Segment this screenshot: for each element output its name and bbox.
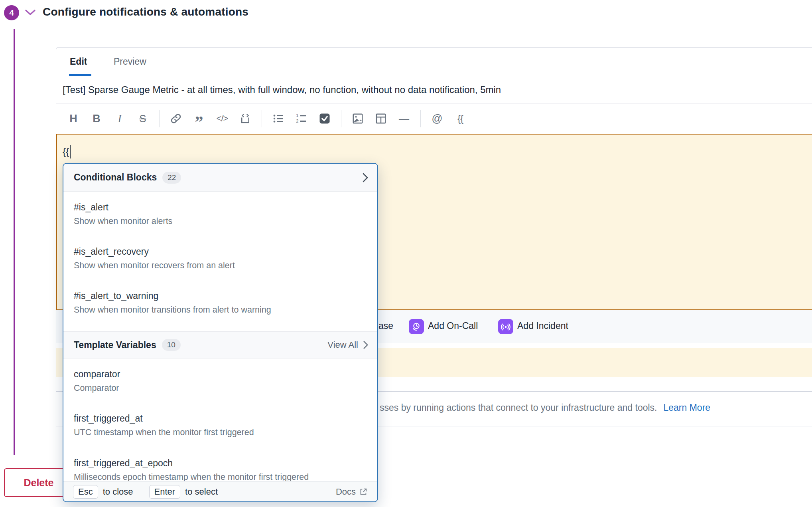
- table-button[interactable]: [374, 110, 388, 127]
- page-title: Configure notifications & automations: [43, 6, 248, 18]
- italic-icon: I: [118, 113, 122, 124]
- step-connector-line: [14, 29, 15, 455]
- code-button[interactable]: </>: [215, 110, 229, 127]
- bold-button[interactable]: B: [90, 110, 103, 127]
- message-text: {{: [63, 146, 69, 157]
- table-icon: [375, 113, 387, 125]
- toolbar-divider: [420, 110, 421, 127]
- code-icon: </>: [217, 114, 228, 123]
- item-description: Show when monitor alerts: [74, 216, 377, 226]
- dropdown-item-is-alert-to-warning[interactable]: #is_alert_to_warning Show when monitor t…: [63, 291, 377, 315]
- horizontal-rule-button[interactable]: —: [397, 110, 411, 127]
- enter-key-hint: Enter: [149, 485, 181, 499]
- automation-description: sses by running actions that connect to …: [380, 402, 657, 413]
- blockquote-button[interactable]: ”: [192, 110, 206, 127]
- step-number-badge: 4: [4, 5, 19, 20]
- item-description: Show when monitor recovers from an alert: [74, 261, 377, 271]
- add-case-button[interactable]: ase: [378, 321, 393, 331]
- add-incident-button[interactable]: Add Incident: [517, 321, 568, 331]
- blockquote-icon: ”: [195, 119, 203, 126]
- code-block-button[interactable]: [238, 110, 252, 127]
- item-name: #is_alert: [74, 202, 377, 213]
- text-cursor: [70, 145, 71, 158]
- conditional-blocks-header[interactable]: Conditional Blocks 22: [63, 164, 377, 192]
- dropdown-item-first-triggered-at[interactable]: first_triggered_at UTC timestamp when th…: [63, 413, 377, 438]
- svg-text:2: 2: [296, 119, 298, 123]
- tab-edit[interactable]: Edit: [70, 48, 87, 75]
- notification-title-value: [Test] Sparse Gauge Metric - at all time…: [63, 84, 501, 95]
- template-variables-header[interactable]: Template Variables 10 View All: [63, 331, 377, 358]
- image-button[interactable]: [351, 110, 365, 127]
- chevron-right-icon[interactable]: [363, 340, 369, 350]
- item-name: comparator: [74, 369, 377, 380]
- toolbar-divider: [341, 110, 341, 127]
- learn-more-link[interactable]: Learn More: [664, 402, 711, 413]
- section-title: Conditional Blocks: [74, 172, 157, 183]
- bullet-list-icon: [272, 113, 284, 125]
- code-block-icon: [239, 113, 251, 125]
- count-badge: 10: [162, 339, 181, 351]
- mention-icon: @: [432, 113, 442, 124]
- count-badge: 22: [162, 172, 181, 184]
- view-all-link[interactable]: View All: [327, 340, 358, 350]
- dropdown-item-comparator[interactable]: comparator Comparator: [63, 369, 377, 393]
- dropdown-footer: Esc to close Enter to select Docs: [63, 481, 377, 502]
- item-name: #is_alert_recovery: [74, 246, 377, 257]
- markdown-toolbar: H B I S ” </> 12: [56, 103, 812, 134]
- bullet-list-button[interactable]: [272, 110, 285, 127]
- svg-text:1: 1: [296, 113, 298, 118]
- italic-button[interactable]: I: [113, 110, 126, 127]
- toolbar-divider: [159, 110, 160, 127]
- incident-icon: [498, 319, 513, 334]
- heading-icon: H: [69, 113, 77, 124]
- link-button[interactable]: [169, 110, 183, 127]
- add-on-call-button[interactable]: Add On-Call: [428, 321, 478, 331]
- template-autocomplete-dropdown: Conditional Blocks 22 #is_alert Show whe…: [63, 163, 378, 502]
- item-name: first_triggered_at_epoch: [74, 458, 377, 469]
- esc-key-hint: Esc: [73, 485, 98, 499]
- link-icon: [170, 113, 182, 125]
- monitor-config-screen: 4 Configure notifications & automations …: [0, 0, 812, 507]
- item-description: UTC timestamp when the monitor first tri…: [74, 428, 377, 438]
- item-name: first_triggered_at: [74, 413, 377, 424]
- tab-preview[interactable]: Preview: [114, 48, 146, 75]
- collapse-chevron-icon[interactable]: [25, 9, 36, 18]
- esc-hint-text: to close: [103, 487, 133, 497]
- item-description: Show when monitor transitions from alert…: [74, 305, 377, 315]
- toolbar-divider: [262, 110, 262, 127]
- active-tab-underline: [69, 74, 91, 76]
- template-variable-icon: {{: [457, 114, 463, 123]
- dropdown-item-is-alert-recovery[interactable]: #is_alert_recovery Show when monitor rec…: [63, 246, 377, 271]
- heading-button[interactable]: H: [67, 110, 80, 127]
- strikethrough-button[interactable]: S: [136, 110, 150, 127]
- item-name: #is_alert_to_warning: [74, 291, 377, 301]
- chevron-right-icon[interactable]: [362, 172, 369, 183]
- notification-title-input[interactable]: [Test] Sparse Gauge Metric - at all time…: [56, 76, 812, 103]
- task-list-icon: [319, 113, 331, 125]
- docs-link[interactable]: Docs: [336, 487, 368, 497]
- editor-tab-bar: Edit Preview: [56, 48, 812, 76]
- mention-button[interactable]: @: [430, 110, 444, 127]
- horizontal-rule-icon: —: [399, 113, 409, 124]
- template-variable-button[interactable]: {{: [453, 110, 467, 127]
- bold-icon: B: [93, 113, 101, 124]
- enter-hint-text: to select: [185, 487, 218, 497]
- numbered-list-icon: 12: [296, 113, 307, 125]
- strikethrough-icon: S: [139, 113, 146, 124]
- dropdown-item-is-alert[interactable]: #is_alert Show when monitor alerts: [63, 202, 377, 226]
- task-list-button[interactable]: [318, 110, 331, 127]
- item-description: Comparator: [74, 383, 377, 393]
- on-call-icon: [409, 319, 424, 334]
- docs-label: Docs: [336, 487, 356, 497]
- section-title: Template Variables: [74, 340, 156, 351]
- external-link-icon: [359, 487, 368, 496]
- image-icon: [352, 113, 364, 125]
- dropdown-item-first-triggered-at-epoch[interactable]: first_triggered_at_epoch Milliseconds ep…: [63, 458, 377, 482]
- numbered-list-button[interactable]: 12: [295, 110, 308, 127]
